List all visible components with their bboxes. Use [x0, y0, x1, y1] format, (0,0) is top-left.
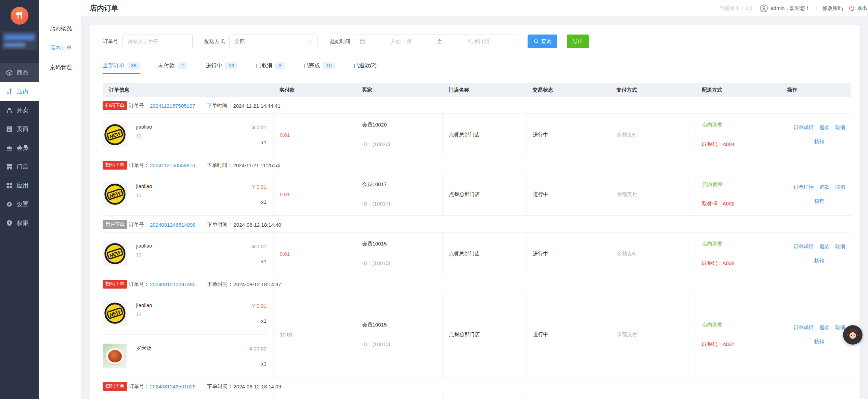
- search-button[interactable]: 查询: [528, 35, 557, 48]
- buyer-name: 会员10015: [362, 241, 437, 247]
- submenu-item-label: 店内概况: [50, 25, 72, 32]
- order-no-link[interactable]: 2024112157505197: [150, 103, 195, 109]
- delivery-type: 店内就餐: [702, 181, 775, 188]
- end-date-placeholder[interactable]: 结束日期: [444, 38, 513, 45]
- order-items-cell: NEW jiaoliao 11 ¥ 0.01 x1: [103, 232, 273, 275]
- delivery-cell: 店内就餐 取餐码：A002: [696, 173, 781, 215]
- tab-all[interactable]: 全部订单 38: [103, 62, 140, 74]
- filter-bar: 订单号 配送方式 全部 起始时间 开始日期 至 结束日期: [103, 35, 851, 48]
- sidebar-item-takeout[interactable]: 外卖: [0, 101, 39, 120]
- store-name: 点餐总部门店: [442, 232, 526, 275]
- sidebar-item-settings[interactable]: 设置: [0, 195, 39, 214]
- order-no-link[interactable]: 2024081210097485: [150, 281, 195, 287]
- order-action-link[interactable]: 取消: [835, 184, 845, 190]
- order-no-filter-label: 订单号: [103, 38, 118, 45]
- logout-button[interactable]: 退出: [848, 5, 867, 12]
- trade-status: 进行中: [526, 394, 610, 399]
- product-price: ¥ 0.01: [252, 243, 267, 249]
- order-time-value: 2024-11-21 11:25:54: [233, 162, 280, 168]
- order-no-link[interactable]: 2024081249501029: [150, 384, 195, 389]
- start-date-placeholder[interactable]: 开始日期: [367, 38, 435, 45]
- order-time-label: 下单时间：: [207, 281, 233, 288]
- order-action-link[interactable]: 核销: [814, 338, 825, 345]
- user-menu[interactable]: admin，欢迎您！: [760, 4, 810, 13]
- order-action-link[interactable]: 订单详情: [793, 124, 814, 131]
- order-source-badge: 扫码下单: [103, 382, 127, 391]
- order-action-link[interactable]: 订单详情: [793, 324, 814, 331]
- sidebar-item-apps[interactable]: 应用: [0, 176, 39, 195]
- order-action-link[interactable]: 核销: [814, 198, 825, 204]
- order-action-link[interactable]: 退款: [819, 243, 830, 250]
- order-action-link[interactable]: 退款: [819, 184, 830, 190]
- support-avatar[interactable]: [843, 325, 863, 345]
- product-name: jiaoliao: [136, 302, 152, 308]
- product-sku: 11: [136, 252, 152, 257]
- product-sku: [136, 355, 152, 360]
- product-qty: x1: [249, 361, 267, 367]
- tab-count-badge: 23: [225, 62, 237, 69]
- buyer-cell: 会员10015 ID：(10015): [356, 232, 443, 275]
- pickup-code: 取餐码：A002: [702, 201, 775, 207]
- tab-in-progress[interactable]: 进行中 23: [206, 62, 237, 74]
- logout-label: 退出: [857, 5, 867, 12]
- order-action-link[interactable]: 订单详情: [793, 243, 814, 250]
- order-action-link[interactable]: 取消: [835, 243, 845, 250]
- order-no-link[interactable]: 2024112150559810: [150, 162, 195, 168]
- sidebar-item-goods[interactable]: 商品: [0, 63, 39, 82]
- export-button[interactable]: 导出: [567, 35, 589, 48]
- submenu-item-orders[interactable]: 店内订单: [39, 38, 81, 58]
- delivery-select[interactable]: 全部: [229, 35, 318, 48]
- order-no-link[interactable]: 2024081248514898: [150, 222, 195, 228]
- order-action-link[interactable]: 核销: [814, 138, 825, 145]
- sidebar-item-permissions[interactable]: 权限: [0, 214, 39, 232]
- tab-unpaid[interactable]: 未付款 2: [158, 62, 187, 74]
- new-badge-product-image: NEW: [103, 301, 127, 325]
- order-no-label: 订单号：: [129, 281, 149, 288]
- buyer-name: 会员10017: [362, 181, 437, 188]
- product-name: 罗宋汤: [136, 345, 152, 351]
- order-source-badge: 扫码下单: [103, 161, 127, 170]
- order-action-link[interactable]: 取消: [835, 124, 845, 131]
- order-action-link[interactable]: 退款: [819, 324, 830, 331]
- order-source-badge: 用户下单: [103, 220, 127, 229]
- date-range-picker[interactable]: 开始日期 至 结束日期: [355, 35, 517, 48]
- scooter-icon: [6, 107, 13, 114]
- tab-label: 已退款(2): [353, 62, 377, 69]
- sidebar-item-members[interactable]: 会员: [0, 138, 39, 157]
- col-header-order-info: 订单信息: [103, 87, 273, 93]
- topbar-divider: |: [816, 5, 817, 11]
- store-name: 点餐总部门店: [442, 292, 526, 377]
- order-time-label: 下单时间：: [207, 383, 233, 390]
- sidebar-item-pages[interactable]: 页面: [0, 120, 39, 138]
- tab-completed[interactable]: 已完成 10: [303, 62, 335, 74]
- order-action-link[interactable]: 订单详情: [793, 184, 814, 190]
- paid-amount: 0.01: [273, 232, 356, 275]
- order-group: 扫码下单 订单号： 2024081249501029 下单时间： 2024-08…: [103, 377, 851, 399]
- order-item: 罗宋汤 ¥ 10.00 x1: [103, 335, 267, 377]
- utensils-icon: [6, 88, 13, 95]
- search-icon: [533, 39, 539, 44]
- order-action-link[interactable]: 核销: [814, 257, 825, 264]
- app-logo[interactable]: [0, 0, 39, 29]
- col-header-paid: 实付款: [273, 87, 356, 93]
- sidebar-item-stores[interactable]: 门店: [0, 157, 39, 176]
- order-time-value: 2024-08-12 18:14:40: [233, 222, 281, 228]
- tab-count-badge: 10: [323, 62, 335, 69]
- order-group: 用户下单 订单号： 2024081248514898 下单时间： 2024-08…: [103, 216, 851, 275]
- sidebar-item-instore[interactable]: 店内: [0, 82, 39, 101]
- order-time-value: 2024-08-12 18:14:09: [233, 384, 281, 389]
- page-title: 店内订单: [90, 3, 118, 13]
- tab-refunded[interactable]: 已退款(2): [353, 62, 377, 74]
- col-header-actions: 操作: [781, 87, 851, 93]
- soup-photo-product-image: [103, 344, 127, 368]
- order-no-label: 订单号：: [129, 162, 149, 169]
- order-no-input[interactable]: [122, 35, 193, 48]
- order-row: NEW jiaoliao 11 ¥ 0.01 x1 罗宋汤 ¥ 10.00 x1…: [103, 292, 851, 377]
- col-header-status: 交易状态: [526, 87, 610, 93]
- order-action-link[interactable]: 取消: [835, 324, 845, 331]
- submenu-item-table-codes[interactable]: 桌码管理: [39, 58, 81, 77]
- change-password-link[interactable]: 修改密码: [822, 5, 843, 12]
- tab-cancelled[interactable]: 已取消 3: [256, 62, 285, 74]
- submenu-item-overview[interactable]: 店内概况: [39, 19, 81, 38]
- order-action-link[interactable]: 退款: [819, 124, 830, 131]
